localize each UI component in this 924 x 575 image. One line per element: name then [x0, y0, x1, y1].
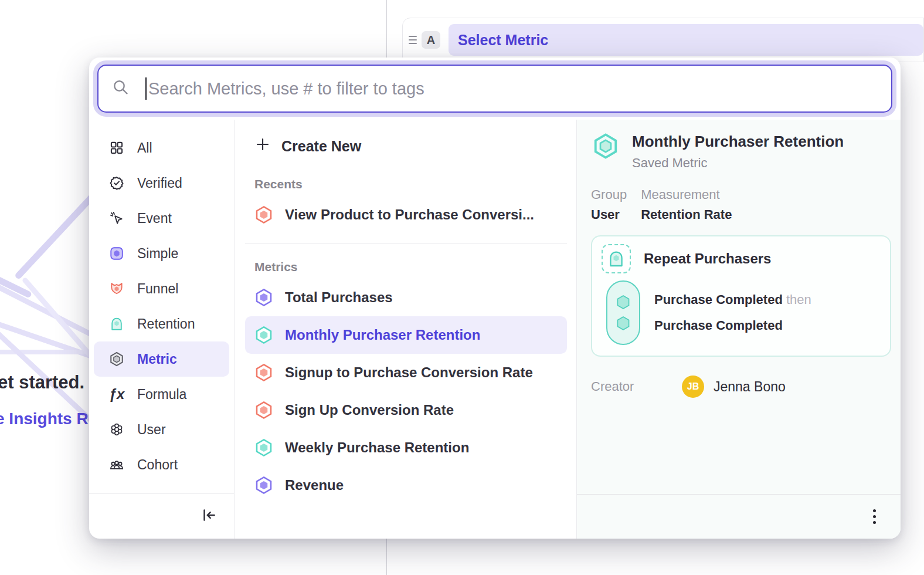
more-options-icon[interactable] [869, 506, 879, 527]
retention-metric-icon [254, 326, 273, 344]
meta-measurement-value: Retention Rate [641, 207, 732, 222]
drag-handle-icon[interactable] [409, 36, 417, 44]
step-hexagon-icon [615, 294, 631, 310]
meta-measurement: Measurement Retention Rate [641, 187, 732, 222]
sidebar-label: Simple [137, 246, 178, 262]
text-caret [145, 77, 147, 100]
recent-item-label: View Product to Purchase Conversi... [285, 207, 534, 223]
metric-item-label: Monthly Purchaser Retention [285, 327, 480, 343]
sidebar-item-all[interactable]: All [94, 130, 229, 165]
series-a-badge: A [422, 31, 440, 49]
meta-measurement-label: Measurement [641, 187, 732, 202]
simple-metric-icon [108, 246, 125, 261]
background-link-partial[interactable]: e Insights Re [0, 410, 97, 428]
cursor-click-icon [108, 211, 125, 226]
filter-sidebar: All Verified [89, 120, 235, 539]
meta-group-value: User [591, 207, 627, 222]
search-placeholder: Search Metrics, use # to filter to tags [148, 79, 424, 99]
creator-avatar: JB [682, 376, 704, 398]
search-input[interactable]: Search Metrics, use # to filter to tags [97, 65, 892, 113]
metric-item-label: Total Purchases [285, 289, 393, 306]
funnel-metric-icon [254, 401, 273, 420]
metric-item-total-purchases[interactable]: Total Purchases [245, 279, 567, 316]
search-area: Search Metrics, use # to filter to tags [89, 58, 901, 120]
sidebar-label: All [137, 140, 152, 156]
sidebar-label: Cohort [137, 457, 178, 473]
recents-section-label: Recents [254, 177, 567, 191]
grid-icon [108, 140, 125, 155]
sidebar-item-user[interactable]: User [94, 412, 229, 447]
retention-metric-icon [254, 438, 273, 457]
sidebar-item-metric[interactable]: Metric [94, 341, 229, 377]
plus-icon [254, 136, 271, 156]
user-cluster-icon [108, 422, 125, 437]
background-heading-partial: et started. [0, 372, 84, 393]
step-hexagon-icon [615, 315, 631, 332]
meta-group-label: Group [591, 187, 627, 202]
creator-row: Creator JB Jenna Bono [591, 376, 891, 398]
collapse-left-icon[interactable] [200, 506, 218, 526]
definition-step-2: Purchase Completed [654, 318, 811, 333]
metric-item-monthly-purchaser-retention[interactable]: Monthly Purchaser Retention [245, 316, 567, 354]
metric-hexagon-icon [108, 351, 125, 367]
detail-title: Monthly Purchaser Retention [632, 133, 844, 151]
metric-item-label: Sign Up Conversion Rate [285, 402, 454, 418]
detail-subtitle: Saved Metric [632, 155, 844, 171]
sidebar-label: Verified [137, 175, 182, 191]
sidebar-item-simple[interactable]: Simple [94, 236, 229, 271]
sidebar-item-cohort[interactable]: Cohort [94, 447, 229, 482]
create-new-label: Create New [281, 138, 361, 155]
retention-definition-icon [602, 244, 631, 273]
verified-badge-icon [108, 175, 125, 191]
formula-fx-icon: ƒx [108, 386, 125, 402]
create-new-button[interactable]: Create New [245, 131, 567, 161]
meta-group: Group User [591, 187, 627, 222]
creator-name: Jenna Bono [714, 379, 786, 395]
metric-detail-panel: Monthly Purchaser Retention Saved Metric… [577, 120, 901, 539]
sidebar-label: Metric [137, 351, 177, 367]
sidebar-item-funnel[interactable]: Funnel [94, 271, 229, 306]
metric-item-label: Weekly Purchase Retention [285, 439, 469, 456]
metric-row-card: A Select Metric [402, 18, 924, 62]
sidebar-label: Event [137, 211, 172, 226]
metric-picker-modal: Search Metrics, use # to filter to tags … [89, 58, 901, 539]
steps-pill [606, 280, 640, 345]
simple-metric-icon [254, 288, 273, 307]
sidebar-item-formula[interactable]: ƒx Formula [94, 377, 229, 412]
metric-item-sign-up-conversion[interactable]: Sign Up Conversion Rate [245, 391, 567, 429]
definition-step-1: Purchase Completed then [654, 292, 811, 307]
recent-item[interactable]: View Product to Purchase Conversi... [245, 196, 567, 234]
metric-item-weekly-purchase-retention[interactable]: Weekly Purchase Retention [245, 429, 567, 466]
metric-item-label: Signup to Purchase Conversion Rate [285, 364, 533, 381]
select-metric-label: Select Metric [458, 32, 548, 49]
cohort-people-icon [108, 457, 125, 472]
sidebar-label: Retention [137, 316, 195, 332]
funnel-icon [108, 281, 125, 296]
metric-item-label: Revenue [285, 477, 344, 493]
search-icon [111, 78, 130, 99]
retention-icon [108, 316, 125, 332]
section-divider [245, 243, 567, 243]
sidebar-label: User [137, 422, 166, 438]
sidebar-item-event[interactable]: Event [94, 201, 229, 236]
retention-metric-icon-large [592, 133, 619, 160]
sidebar-item-retention[interactable]: Retention [94, 306, 229, 341]
sidebar-item-verified[interactable]: Verified [94, 165, 229, 201]
funnel-metric-icon [254, 363, 273, 382]
definition-name: Repeat Purchasers [644, 251, 771, 267]
metric-item-revenue[interactable]: Revenue [245, 466, 567, 504]
select-metric-button[interactable]: Select Metric [449, 24, 923, 56]
metric-list-panel: Create New Recents View Product to Purch… [235, 120, 577, 539]
metrics-section-label: Metrics [254, 260, 567, 274]
definition-card: Repeat Purchasers [591, 235, 891, 357]
simple-metric-icon [254, 476, 273, 495]
sidebar-label: Formula [137, 387, 186, 402]
funnel-metric-icon [254, 205, 273, 224]
metric-item-signup-to-purchase[interactable]: Signup to Purchase Conversion Rate [245, 354, 567, 391]
sidebar-label: Funnel [137, 281, 178, 297]
creator-label: Creator [591, 379, 682, 394]
